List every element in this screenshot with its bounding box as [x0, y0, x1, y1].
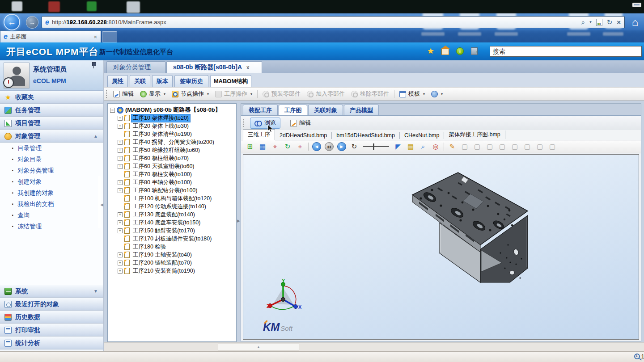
main-tab-s08-0b 断路器[s08-0b]A[interactable]: s08-0b 断路器[s08-0b]Ax [166, 61, 262, 73]
rotate-view-icon[interactable]: ↻ [283, 142, 292, 151]
sidebar-group-统计分析[interactable]: 统计分析 [0, 337, 103, 349]
browser-home-button[interactable]: ⌂ [628, 16, 642, 29]
sidebar-group-收藏夹[interactable]: ★收藏夹 [0, 91, 103, 104]
sidebar-item-创建对象[interactable]: ·创建对象 [0, 176, 103, 187]
sidebar-item-目录管理[interactable]: ·目录管理 [0, 143, 103, 154]
file-tab-架体焊接工序图.bmp[interactable]: 架体焊接工序图.bmp [444, 130, 505, 139]
expand-icon[interactable]: + [118, 269, 123, 274]
file-tab-2dDHeadStud.bmp[interactable]: 2dDHeadStud.bmp [275, 132, 332, 139]
edit-picture-button[interactable]: 编辑 [287, 118, 314, 129]
tree-node[interactable]: 工序120 传动系统连接(to140) [110, 202, 236, 210]
tree-node[interactable]: +工序200 链轮装配(to70) [110, 259, 236, 267]
cad-viewer[interactable]: Y X Z KMSoft [243, 154, 639, 340]
sidebar-group-任务管理[interactable]: 任务管理 [0, 104, 103, 117]
tree-node[interactable]: 工序180 检验 [110, 243, 236, 251]
expand-icon[interactable]: + [118, 228, 123, 233]
tree-node[interactable]: +工序80 半轴分装(to100) [110, 178, 236, 186]
compatibility-view-icon[interactable] [596, 19, 602, 26]
toolbar-button-relation[interactable]: ▾ [428, 88, 446, 99]
fit-view-icon[interactable]: ⊞ [246, 142, 254, 151]
tree-node[interactable]: +工序150 触臂安装(to170) [110, 227, 236, 235]
tree-node[interactable]: +工序20 架体上线(to30) [110, 122, 236, 130]
expand-icon[interactable]: + [118, 156, 123, 161]
file-tab-CHexNut.bmp[interactable]: CHexNut.bmp [400, 132, 445, 139]
browse-button[interactable]: 浏览 [250, 118, 280, 129]
home-icon[interactable] [441, 49, 449, 55]
sidebar-scrollbar[interactable] [98, 176, 101, 228]
tree-node[interactable]: 工序100 机构与箱体装配(to120) [110, 194, 236, 202]
sidebar-group-最近打开的对象[interactable]: 最近打开的对象 [0, 298, 103, 311]
expand-icon[interactable]: + [118, 261, 123, 265]
file-tab-bm15dDHeadStud.bmp[interactable]: bm15dDHeadStud.bmp [332, 132, 400, 139]
expand-icon[interactable]: + [118, 148, 123, 153]
sidebar-item-对象分类管理[interactable]: ·对象分类管理 [0, 165, 103, 176]
expand-icon[interactable]: + [118, 220, 123, 225]
process-tab-产品模型[interactable]: 产品模型 [344, 105, 379, 115]
tree-node[interactable]: 工序170 封板连锁件安装(to180) [110, 235, 236, 243]
browser-forward-button[interactable]: → [26, 16, 38, 29]
zoom-icon[interactable]: ⌕ [419, 142, 428, 151]
replay-icon[interactable]: ↻ [350, 142, 359, 151]
pointer-icon[interactable]: ◤ [394, 142, 402, 151]
expand-icon[interactable]: + [118, 253, 123, 257]
tree-node[interactable]: 工序30 架体清丝(to190) [110, 130, 236, 138]
sidebar-item-对象目录[interactable]: ·对象目录 [0, 154, 103, 165]
tree-node[interactable]: +工序50 绝缘拉杆组装(to60) [110, 146, 236, 154]
tab-close-icon[interactable]: x [246, 64, 250, 71]
play-backward-icon[interactable]: ◀ [312, 142, 321, 151]
search-input[interactable] [490, 46, 642, 57]
toolbar-button-显示[interactable]: 显示▾ [137, 88, 169, 99]
address-bar[interactable]: e http://192.168.60.228:8010/MainFrame.a… [42, 16, 625, 28]
search-caret-icon[interactable]: ▾ [589, 17, 592, 28]
annotate-icon[interactable]: ▤ [406, 142, 415, 151]
process-tab-工序图[interactable]: 工序图 [279, 105, 307, 115]
capture-icon[interactable]: ◎ [431, 142, 440, 151]
measure-tools-icon[interactable]: ⌖ [271, 142, 280, 151]
sidebar-item-查询[interactable]: ·查询 [0, 210, 103, 221]
browser-tab[interactable]: e 主界面 × [0, 30, 101, 42]
markup-edit-icon[interactable]: ✎ [448, 142, 457, 151]
splitter-arrow-icon[interactable]: ▶ [237, 219, 240, 223]
tree-root-row[interactable]: − (MABOM) s08-0b 断路器【s08-0b】 [110, 106, 236, 114]
sidebar-collapse-icon[interactable]: ◀ [100, 202, 103, 207]
detail-tab-关联[interactable]: 关联 [130, 75, 150, 87]
tree-node[interactable]: +工序40 拐臂、分闸簧安装(to200) [110, 138, 236, 146]
favorites-icon[interactable]: ★ [427, 46, 434, 56]
tree-node[interactable]: +工序10 架体焊接(to20) [110, 114, 236, 122]
zoom-region-icon[interactable]: ▦ [258, 142, 267, 151]
search-icon[interactable]: ⌕ [581, 17, 585, 28]
panel-splitter[interactable]: ▶ [237, 103, 241, 342]
expand-icon[interactable]: + [118, 116, 123, 121]
process-tab-关联对象[interactable]: 关联对象 [308, 105, 343, 115]
tree-node[interactable]: +工序60 极柱组装(to70) [110, 154, 236, 162]
tab-close-icon[interactable]: × [93, 34, 97, 40]
toolbar-button-编辑[interactable]: 编辑 [110, 88, 137, 99]
expand-icon[interactable]: + [118, 180, 123, 185]
detail-tab-属性[interactable]: 属性 [107, 75, 128, 87]
detail-tab-签审历史[interactable]: 签审历史 [174, 75, 208, 87]
pause-icon[interactable]: ▮▮ [325, 142, 334, 151]
tree-node[interactable]: 工序70 极柱安装(to100) [110, 170, 236, 178]
detail-tab-MABOM结构[interactable]: MABOM结构 [210, 75, 251, 87]
sidebar-item-冻结管理[interactable]: ·冻结管理 [0, 221, 103, 232]
chevron-up-icon[interactable]: ▲ [93, 134, 98, 139]
play-forward-icon[interactable]: ▶ [337, 142, 346, 151]
chevron-down-icon[interactable]: ▼ [93, 289, 98, 294]
expand-icon[interactable]: + [118, 140, 123, 145]
process-tab-装配工序[interactable]: 装配工序 [243, 105, 278, 115]
info-icon[interactable]: i [456, 47, 464, 55]
tree-node[interactable]: +工序140 底盘车安装(to150) [110, 219, 236, 227]
expand-icon[interactable]: + [118, 188, 123, 193]
stop-icon[interactable]: × [617, 17, 621, 28]
sidebar-group-系统[interactable]: 系统▼ [0, 285, 103, 298]
progress-slider[interactable] [363, 142, 389, 151]
pan-view-icon[interactable]: + [296, 142, 305, 151]
refresh-icon[interactable]: ↻ [607, 17, 613, 28]
sidebar-group-打印审批[interactable]: 打印审批 [0, 324, 103, 337]
sidebar-group-项目管理[interactable]: 项目管理 [0, 117, 103, 130]
pin-icon[interactable] [92, 62, 96, 68]
tree-node[interactable]: +工序210 安装套筒(to190) [110, 267, 236, 275]
tree-node[interactable]: +工序190 主轴安装(to40) [110, 251, 236, 259]
main-tab-对象分类管理[interactable]: 对象分类管理 [106, 61, 165, 73]
sidebar-group-历史数据[interactable]: 历史数据 [0, 311, 103, 324]
